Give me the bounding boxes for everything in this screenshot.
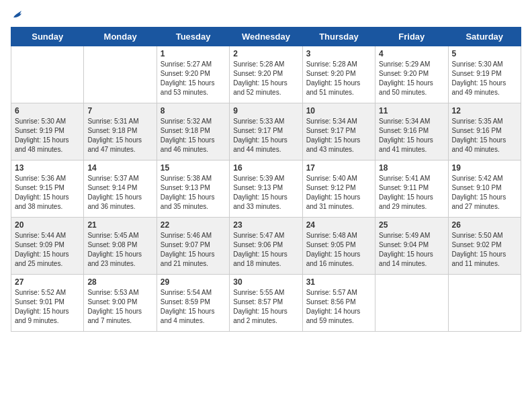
day-info: Sunrise: 5:39 AM Sunset: 9:13 PM Dayligh… (233, 174, 298, 212)
day-info: Sunrise: 5:30 AM Sunset: 9:19 PM Dayligh… (15, 117, 80, 154)
calendar-day-cell: 23Sunrise: 5:47 AM Sunset: 9:06 PM Dayli… (230, 218, 302, 275)
day-info: Sunrise: 5:36 AM Sunset: 9:15 PM Dayligh… (15, 174, 80, 212)
day-number: 21 (87, 220, 152, 230)
day-number: 11 (379, 106, 444, 116)
calendar-day-cell: 18Sunrise: 5:41 AM Sunset: 9:11 PM Dayli… (375, 161, 448, 218)
day-number: 18 (379, 163, 444, 173)
calendar-day-cell: 20Sunrise: 5:44 AM Sunset: 9:09 PM Dayli… (11, 218, 84, 275)
calendar-week-row: 13Sunrise: 5:36 AM Sunset: 9:15 PM Dayli… (11, 161, 521, 218)
calendar-week-row: 6Sunrise: 5:30 AM Sunset: 9:19 PM Daylig… (11, 103, 521, 161)
day-info: Sunrise: 5:34 AM Sunset: 9:16 PM Dayligh… (379, 117, 444, 154)
calendar-day-cell: 19Sunrise: 5:42 AM Sunset: 9:10 PM Dayli… (448, 161, 521, 218)
calendar-day-cell (84, 46, 157, 103)
day-info: Sunrise: 5:48 AM Sunset: 9:05 PM Dayligh… (306, 231, 371, 269)
day-info: Sunrise: 5:30 AM Sunset: 9:19 PM Dayligh… (452, 60, 517, 97)
calendar-header-tuesday: Tuesday (157, 28, 229, 46)
day-info: Sunrise: 5:49 AM Sunset: 9:04 PM Dayligh… (379, 231, 444, 269)
calendar-day-cell: 15Sunrise: 5:38 AM Sunset: 9:13 PM Dayli… (157, 161, 229, 218)
calendar-header-saturday: Saturday (448, 28, 521, 46)
day-info: Sunrise: 5:27 AM Sunset: 9:20 PM Dayligh… (161, 60, 226, 97)
day-number: 9 (233, 106, 298, 116)
day-number: 28 (87, 277, 152, 287)
calendar-day-cell: 16Sunrise: 5:39 AM Sunset: 9:13 PM Dayli… (230, 161, 302, 218)
day-info: Sunrise: 5:29 AM Sunset: 9:20 PM Dayligh… (379, 60, 444, 97)
calendar-header-wednesday: Wednesday (230, 28, 302, 46)
calendar-week-row: 27Sunrise: 5:52 AM Sunset: 9:01 PM Dayli… (11, 275, 521, 332)
calendar-header-sunday: Sunday (11, 28, 84, 46)
day-info: Sunrise: 5:37 AM Sunset: 9:14 PM Dayligh… (87, 174, 152, 212)
day-number: 8 (161, 106, 226, 116)
day-info: Sunrise: 5:45 AM Sunset: 9:08 PM Dayligh… (87, 231, 152, 269)
day-number: 2 (233, 49, 298, 58)
day-number: 15 (161, 163, 226, 173)
calendar-day-cell: 28Sunrise: 5:53 AM Sunset: 9:00 PM Dayli… (84, 275, 157, 332)
calendar-day-cell: 25Sunrise: 5:49 AM Sunset: 9:04 PM Dayli… (375, 218, 448, 275)
calendar-day-cell: 5Sunrise: 5:30 AM Sunset: 9:19 PM Daylig… (448, 46, 521, 103)
day-number: 3 (306, 49, 371, 58)
page-header (11, 11, 521, 20)
day-number: 7 (87, 106, 152, 116)
day-number: 1 (161, 49, 226, 58)
calendar-day-cell: 4Sunrise: 5:29 AM Sunset: 9:20 PM Daylig… (375, 46, 448, 103)
day-number: 4 (379, 49, 444, 58)
day-info: Sunrise: 5:44 AM Sunset: 9:09 PM Dayligh… (15, 231, 80, 269)
day-info: Sunrise: 5:55 AM Sunset: 8:57 PM Dayligh… (233, 288, 298, 326)
calendar-week-row: 1Sunrise: 5:27 AM Sunset: 9:20 PM Daylig… (11, 46, 521, 103)
logo (11, 11, 24, 20)
day-number: 17 (306, 163, 371, 173)
day-number: 25 (379, 220, 444, 230)
day-info: Sunrise: 5:53 AM Sunset: 9:00 PM Dayligh… (87, 288, 152, 326)
calendar-header-monday: Monday (84, 28, 157, 46)
calendar-day-cell: 21Sunrise: 5:45 AM Sunset: 9:08 PM Dayli… (84, 218, 157, 275)
calendar-day-cell: 11Sunrise: 5:34 AM Sunset: 9:16 PM Dayli… (375, 103, 448, 161)
day-number: 5 (452, 49, 517, 58)
day-info: Sunrise: 5:41 AM Sunset: 9:11 PM Dayligh… (379, 174, 444, 212)
day-info: Sunrise: 5:38 AM Sunset: 9:13 PM Dayligh… (161, 174, 226, 212)
calendar-day-cell: 7Sunrise: 5:31 AM Sunset: 9:18 PM Daylig… (84, 103, 157, 161)
day-info: Sunrise: 5:28 AM Sunset: 9:20 PM Dayligh… (306, 60, 371, 97)
day-number: 13 (15, 163, 80, 173)
day-number: 10 (306, 106, 371, 116)
calendar-header-row: SundayMondayTuesdayWednesdayThursdayFrid… (11, 28, 521, 46)
calendar-day-cell: 30Sunrise: 5:55 AM Sunset: 8:57 PM Dayli… (230, 275, 302, 332)
calendar-header-thursday: Thursday (302, 28, 375, 46)
day-info: Sunrise: 5:50 AM Sunset: 9:02 PM Dayligh… (452, 231, 517, 269)
day-number: 31 (306, 277, 371, 287)
day-info: Sunrise: 5:31 AM Sunset: 9:18 PM Dayligh… (87, 117, 152, 154)
day-number: 29 (161, 277, 226, 287)
calendar-day-cell (11, 46, 84, 103)
day-info: Sunrise: 5:47 AM Sunset: 9:06 PM Dayligh… (233, 231, 298, 269)
day-number: 12 (452, 106, 517, 116)
calendar-header-friday: Friday (375, 28, 448, 46)
day-number: 30 (233, 277, 298, 287)
day-number: 14 (87, 163, 152, 173)
calendar-day-cell (448, 275, 521, 332)
day-number: 26 (452, 220, 517, 230)
calendar-day-cell: 10Sunrise: 5:34 AM Sunset: 9:17 PM Dayli… (302, 103, 375, 161)
calendar-day-cell: 14Sunrise: 5:37 AM Sunset: 9:14 PM Dayli… (84, 161, 157, 218)
day-info: Sunrise: 5:40 AM Sunset: 9:12 PM Dayligh… (306, 174, 371, 212)
logo-bird-icon (12, 9, 24, 19)
day-info: Sunrise: 5:32 AM Sunset: 9:18 PM Dayligh… (161, 117, 226, 154)
calendar-day-cell: 6Sunrise: 5:30 AM Sunset: 9:19 PM Daylig… (11, 103, 84, 161)
calendar-day-cell: 13Sunrise: 5:36 AM Sunset: 9:15 PM Dayli… (11, 161, 84, 218)
calendar-day-cell: 9Sunrise: 5:33 AM Sunset: 9:17 PM Daylig… (230, 103, 302, 161)
day-info: Sunrise: 5:42 AM Sunset: 9:10 PM Dayligh… (452, 174, 517, 212)
calendar-day-cell: 2Sunrise: 5:28 AM Sunset: 9:20 PM Daylig… (230, 46, 302, 103)
calendar-table: SundayMondayTuesdayWednesdayThursdayFrid… (11, 27, 521, 332)
day-info: Sunrise: 5:35 AM Sunset: 9:16 PM Dayligh… (452, 117, 517, 154)
day-number: 22 (161, 220, 226, 230)
day-info: Sunrise: 5:33 AM Sunset: 9:17 PM Dayligh… (233, 117, 298, 154)
calendar-day-cell (375, 275, 448, 332)
calendar-day-cell: 17Sunrise: 5:40 AM Sunset: 9:12 PM Dayli… (302, 161, 375, 218)
calendar-day-cell: 31Sunrise: 5:57 AM Sunset: 8:56 PM Dayli… (302, 275, 375, 332)
calendar-day-cell: 1Sunrise: 5:27 AM Sunset: 9:20 PM Daylig… (157, 46, 229, 103)
calendar-day-cell: 26Sunrise: 5:50 AM Sunset: 9:02 PM Dayli… (448, 218, 521, 275)
day-info: Sunrise: 5:34 AM Sunset: 9:17 PM Dayligh… (306, 117, 371, 154)
day-number: 19 (452, 163, 517, 173)
day-number: 23 (233, 220, 298, 230)
day-number: 24 (306, 220, 371, 230)
calendar-day-cell: 3Sunrise: 5:28 AM Sunset: 9:20 PM Daylig… (302, 46, 375, 103)
calendar-day-cell: 27Sunrise: 5:52 AM Sunset: 9:01 PM Dayli… (11, 275, 84, 332)
calendar-day-cell: 8Sunrise: 5:32 AM Sunset: 9:18 PM Daylig… (157, 103, 229, 161)
